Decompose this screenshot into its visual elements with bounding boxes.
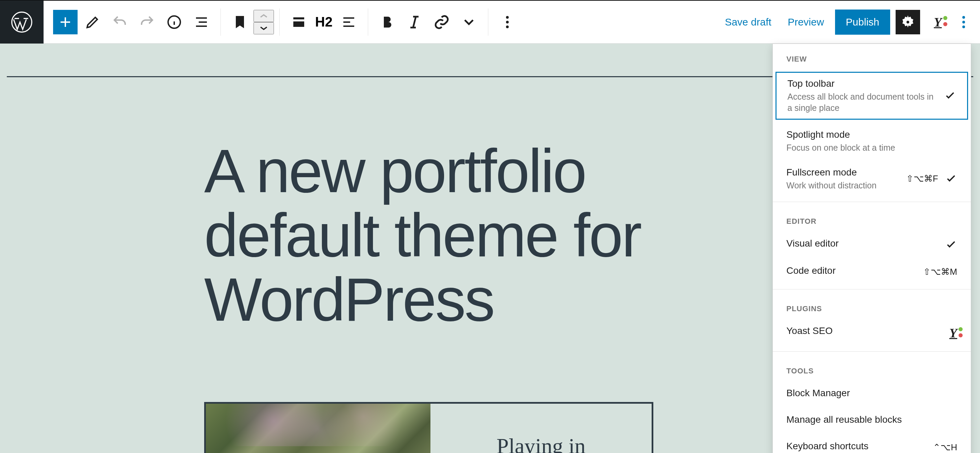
svg-point-5 bbox=[506, 21, 509, 24]
check-icon bbox=[945, 172, 957, 186]
svg-point-4 bbox=[506, 16, 509, 19]
shortcut-label: ⇧⌥⌘F bbox=[906, 173, 938, 184]
options-menu-button[interactable] bbox=[956, 10, 972, 34]
menu-item-spotlight-mode[interactable]: Spotlight mode Focus on one block at a t… bbox=[773, 122, 971, 160]
svg-point-10 bbox=[962, 21, 965, 24]
save-draft-button[interactable]: Save draft bbox=[719, 12, 777, 32]
yoast-icon: Y bbox=[950, 326, 957, 340]
menu-item-fullscreen-mode[interactable]: Fullscreen mode Work without distraction… bbox=[773, 160, 971, 198]
check-icon bbox=[945, 238, 957, 252]
link-button[interactable] bbox=[430, 10, 454, 34]
info-button[interactable] bbox=[162, 10, 186, 34]
undo-button[interactable] bbox=[108, 10, 132, 34]
preview-button[interactable]: Preview bbox=[782, 12, 830, 32]
svg-rect-2 bbox=[293, 17, 304, 19]
menu-item-reusable-blocks[interactable]: Manage all reusable blocks bbox=[773, 407, 971, 434]
menu-item-code-editor[interactable]: Code editor ⇧⌥⌘M bbox=[773, 259, 971, 285]
media-text-block[interactable]: Playing in bbox=[204, 402, 653, 453]
menu-item-visual-editor[interactable]: Visual editor bbox=[773, 231, 971, 259]
svg-point-9 bbox=[962, 16, 965, 19]
dropdown-section-editor: EDITOR bbox=[773, 206, 971, 231]
heading-level-indicator[interactable]: H2 bbox=[312, 14, 335, 30]
yoast-icon: Y bbox=[934, 14, 942, 30]
yoast-button[interactable]: Y bbox=[926, 10, 950, 34]
move-down-button[interactable] bbox=[253, 22, 274, 34]
wordpress-logo[interactable] bbox=[0, 0, 43, 44]
menu-item-block-manager[interactable]: Block Manager bbox=[773, 381, 971, 407]
post-title-heading[interactable]: A new portfolio default theme for WordPr… bbox=[204, 139, 749, 332]
media-text-content[interactable]: Playing in bbox=[430, 404, 652, 453]
dropdown-section-plugins: PLUGINS bbox=[773, 294, 971, 319]
svg-rect-3 bbox=[293, 21, 304, 27]
menu-item-yoast-seo[interactable]: Yoast SEO Y bbox=[773, 319, 971, 347]
svg-point-8 bbox=[906, 20, 910, 24]
block-move-buttons bbox=[253, 10, 274, 34]
shortcut-label: ⌃⌥H bbox=[933, 442, 957, 453]
text-align-button[interactable] bbox=[337, 10, 361, 34]
block-options-button[interactable] bbox=[495, 10, 520, 34]
bold-button[interactable] bbox=[375, 10, 399, 34]
settings-button[interactable] bbox=[896, 10, 920, 34]
italic-button[interactable] bbox=[402, 10, 427, 34]
editor-toolbar: H2 Save dra bbox=[43, 1, 980, 43]
dropdown-section-view: VIEW bbox=[773, 44, 971, 69]
bookmark-icon[interactable] bbox=[228, 10, 252, 34]
svg-point-6 bbox=[506, 25, 509, 28]
dropdown-divider bbox=[773, 202, 971, 202]
outline-button[interactable] bbox=[189, 10, 214, 34]
dropdown-divider bbox=[773, 289, 971, 289]
menu-item-keyboard-shortcuts[interactable]: Keyboard shortcuts ⌃⌥H bbox=[773, 434, 971, 453]
options-dropdown: VIEW Top toolbar Access all block and do… bbox=[772, 43, 971, 453]
add-block-button[interactable] bbox=[53, 10, 78, 34]
more-format-button[interactable] bbox=[457, 10, 481, 34]
dropdown-divider bbox=[773, 351, 971, 352]
shortcut-label: ⇧⌥⌘M bbox=[923, 267, 957, 277]
move-up-button[interactable] bbox=[253, 10, 274, 22]
header-actions: Save draft Preview Publish Y bbox=[719, 10, 980, 35]
align-button[interactable] bbox=[286, 10, 311, 34]
publish-button[interactable]: Publish bbox=[835, 10, 890, 35]
dropdown-section-tools: TOOLS bbox=[773, 356, 971, 381]
check-icon bbox=[944, 89, 956, 103]
edit-mode-button[interactable] bbox=[80, 10, 105, 34]
svg-point-11 bbox=[962, 25, 965, 28]
media-image bbox=[206, 404, 430, 453]
menu-item-top-toolbar[interactable]: Top toolbar Access all block and documen… bbox=[775, 72, 968, 120]
redo-button[interactable] bbox=[135, 10, 159, 34]
editor-top-bar: H2 Save dra bbox=[0, 0, 980, 43]
